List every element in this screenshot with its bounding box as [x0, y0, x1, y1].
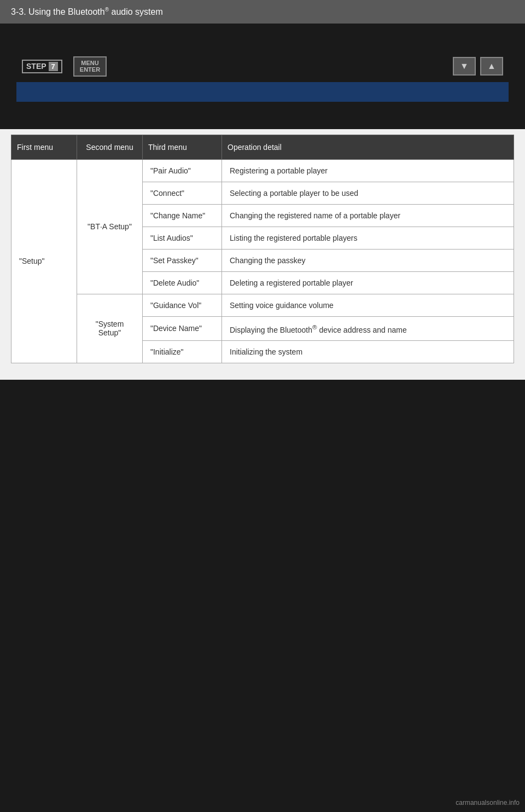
nav-down-button[interactable]: ▼ [453, 57, 476, 76]
blue-divider-bar [16, 82, 509, 102]
menu-table: First menu Second menu Third menu Operat… [11, 135, 514, 364]
watermark: carmanualsonline.info [456, 799, 520, 807]
third-menu-connect: "Connect" [143, 182, 222, 204]
dark-bottom-section [0, 380, 525, 489]
step-badge: STEP 7 [22, 60, 62, 73]
table-row: "Setup" "BT·A Setup" "Pair Audio" Regist… [11, 159, 514, 182]
detail-initialize: Initializing the system [222, 341, 514, 363]
col-header-detail: Operation detail [222, 135, 514, 159]
white-content-area: First menu Second menu Third menu Operat… [0, 129, 525, 380]
detail-delete-audio: Deleting a registered portable player [222, 271, 514, 294]
detail-change-name: Changing the registered name of a portab… [222, 204, 514, 227]
dark-top-section: STEP 7 MENU ENTER ▼ ▲ [0, 24, 525, 129]
third-menu-guidance-vol: "Guidance Vol" [143, 294, 222, 316]
header-bar: 3-3. Using the Bluetooth® audio system [0, 0, 525, 24]
col-header-second: Second menu [77, 135, 143, 159]
third-menu-list-audios: "List Audios" [143, 227, 222, 249]
detail-set-passkey: Changing the passkey [222, 249, 514, 271]
menu-enter-label: MENU ENTER [80, 60, 100, 73]
third-menu-delete-audio: "Delete Audio" [143, 271, 222, 294]
detail-list-audios: Listing the registered portable players [222, 227, 514, 249]
table-header-row: First menu Second menu Third menu Operat… [11, 135, 514, 159]
third-menu-change-name: "Change Name" [143, 204, 222, 227]
first-menu-setup: "Setup" [11, 159, 77, 363]
third-menu-set-passkey: "Set Passkey" [143, 249, 222, 271]
second-menu-system-setup: "System Setup" [77, 294, 143, 363]
detail-device-name: Displaying the Bluetooth® device address… [222, 316, 514, 341]
detail-connect: Selecting a portable player to be used [222, 182, 514, 204]
second-menu-bta: "BT·A Setup" [77, 159, 143, 294]
menu-enter-button[interactable]: MENU ENTER [73, 56, 107, 76]
page-title: 3-3. Using the Bluetooth® audio system [11, 7, 163, 17]
nav-buttons-container: ▼ ▲ [453, 57, 503, 76]
col-header-first: First menu [11, 135, 77, 159]
chevron-down-icon: ▼ [460, 61, 469, 71]
third-menu-pair-audio: "Pair Audio" [143, 159, 222, 182]
step-row: STEP 7 MENU ENTER ▼ ▲ [16, 56, 509, 76]
col-header-third: Third menu [143, 135, 222, 159]
step-number: 7 [49, 62, 58, 71]
table-row: "System Setup" "Guidance Vol" Setting vo… [11, 294, 514, 316]
third-menu-initialize: "Initialize" [143, 341, 222, 363]
detail-guidance-vol: Setting voice guidance volume [222, 294, 514, 316]
chevron-up-icon: ▲ [487, 61, 496, 71]
nav-up-button[interactable]: ▲ [480, 57, 503, 76]
third-menu-device-name: "Device Name" [143, 316, 222, 341]
detail-pair-audio: Registering a portable player [222, 159, 514, 182]
step-label: STEP [26, 62, 46, 71]
